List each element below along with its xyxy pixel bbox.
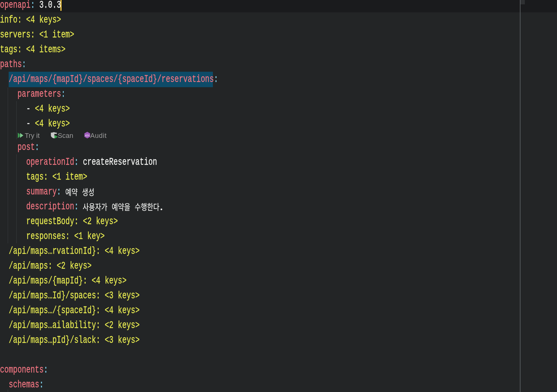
- svg-text:42c: 42c: [85, 134, 90, 137]
